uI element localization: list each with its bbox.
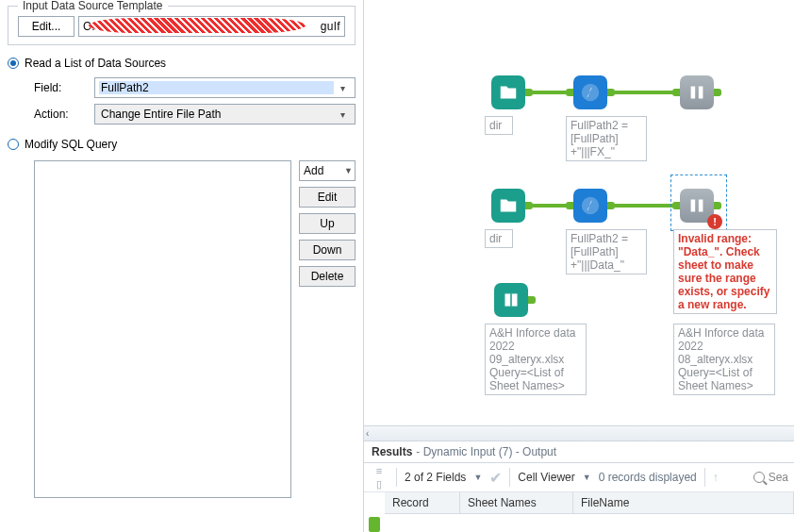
directory-tool[interactable]	[491, 189, 525, 223]
connection[interactable]	[533, 91, 566, 94]
sql-list-box[interactable]	[34, 160, 291, 498]
template-path-box[interactable]: C: gulf	[78, 16, 345, 37]
anchor-out[interactable]	[525, 89, 533, 96]
macro-tool[interactable]	[680, 75, 714, 109]
results-title: Results	[372, 445, 412, 458]
search-icon	[753, 472, 765, 483]
anchor-out[interactable]	[525, 202, 533, 209]
col-sheetnames[interactable]: Sheet Names	[460, 492, 573, 513]
action-label: Action:	[34, 104, 87, 125]
connection[interactable]	[533, 204, 566, 208]
svg-point-3	[582, 197, 599, 214]
field-label: Field:	[34, 77, 87, 98]
fields-count[interactable]: 2 of 2 Fields	[405, 471, 466, 484]
canvas-scrollbar[interactable]: ‹	[364, 425, 794, 441]
results-grid: Record Sheet Names FileName	[364, 492, 794, 532]
config-panel: Input Data Source Template Edit... C: gu…	[0, 0, 364, 532]
workflow-canvas[interactable]: dir FullPath2 = [FullPath] +"|||FX_" ! d…	[364, 0, 794, 425]
directory-anno: dir	[485, 116, 513, 135]
svg-point-1	[582, 84, 599, 101]
svg-rect-2	[508, 203, 514, 209]
directory-tool[interactable]	[491, 75, 525, 109]
results-search[interactable]: Sea	[753, 471, 788, 484]
col-record[interactable]: Record	[385, 492, 460, 513]
anchor-out[interactable]	[607, 202, 615, 209]
anchor-in[interactable]	[672, 89, 680, 96]
separator	[704, 468, 705, 487]
mode-read-row[interactable]: Read a List of Data Sources	[8, 57, 356, 70]
mode-sql-label: Modify SQL Query	[25, 138, 117, 151]
results-subtitle: - Dynamic Input (7) - Output	[416, 445, 556, 458]
anchor-in[interactable]	[566, 202, 573, 209]
anchor-in[interactable]	[566, 89, 573, 96]
action-value: Change Entire File Path	[99, 108, 334, 121]
action-dropdown[interactable]: Change Entire File Path ▾	[94, 104, 356, 125]
template-group: Input Data Source Template Edit... C: gu…	[8, 6, 356, 45]
cell-viewer-label[interactable]: Cell Viewer	[518, 471, 574, 484]
list-icon[interactable]: ≡	[373, 466, 385, 475]
metadata-icon[interactable]: ▯	[373, 479, 385, 489]
formula-anno: FullPath2 = [FullPath] +"|||FX_"	[566, 116, 647, 161]
field-dropdown[interactable]: FullPath2 ▾	[94, 77, 356, 98]
template-path-suffix: gulf	[321, 17, 340, 36]
results-view-buttons[interactable]: ≡ ▯	[370, 466, 389, 489]
check-icon[interactable]: ✔	[489, 469, 502, 487]
results-header: Results - Dynamic Input (7) - Output	[364, 441, 794, 463]
directory-anno: dir	[485, 229, 513, 248]
chevron-down-icon: ▾	[334, 109, 351, 120]
results-gutter	[364, 492, 385, 532]
chevron-down-icon: ▾	[334, 83, 351, 93]
dynamic-input-anno: A&H Inforce data 2022 09_alteryx.xlsx Qu…	[485, 324, 587, 395]
template-edit-button[interactable]: Edit...	[18, 16, 74, 37]
down-button[interactable]: Down	[299, 240, 356, 260]
anchor-out[interactable]	[714, 89, 721, 96]
records-count: 0 records displayed	[599, 471, 697, 484]
delete-button[interactable]: Delete	[299, 266, 356, 287]
formula-tool[interactable]	[573, 75, 607, 109]
chevron-down-icon[interactable]: ▼	[583, 473, 591, 482]
template-group-title: Input Data Source Template	[18, 0, 168, 12]
edit-button[interactable]: Edit	[299, 187, 356, 208]
dynamic-input-tool[interactable]	[494, 283, 528, 317]
separator	[396, 468, 397, 487]
mode-read-label: Read a List of Data Sources	[25, 57, 166, 70]
formula-anno: FullPath2 = [FullPath] +"|||Data_"	[566, 229, 647, 274]
add-button[interactable]: Add ▼	[299, 160, 356, 181]
arrow-up-icon[interactable]: ↑	[713, 471, 719, 484]
results-grid-rows	[385, 514, 794, 531]
anchor-out[interactable]	[607, 89, 615, 96]
results-grid-header: Record Sheet Names FileName	[385, 492, 794, 514]
radio-checked-icon[interactable]	[8, 58, 19, 69]
formula-tool[interactable]	[573, 189, 607, 223]
chevron-down-icon: ▼	[344, 161, 353, 180]
output-anchor-icon[interactable]	[369, 517, 380, 532]
redacted-region	[89, 18, 306, 33]
error-anno: Invalid range: "Data_". Check sheet to m…	[673, 229, 777, 314]
anchor-in[interactable]	[672, 202, 680, 209]
col-filename[interactable]: FileName	[573, 492, 794, 513]
error-badge-icon[interactable]: !	[707, 214, 722, 229]
anchor-out[interactable]	[528, 296, 536, 304]
radio-unchecked-icon[interactable]	[8, 139, 19, 150]
field-value: FullPath2	[99, 81, 334, 94]
up-button[interactable]: Up	[299, 213, 356, 234]
results-toolbar: ≡ ▯ 2 of 2 Fields ▼ ✔ Cell Viewer ▼ 0 re…	[364, 463, 794, 492]
dynamic-input-anno: A&H Inforce data 2022 08_alteryx.xlsx Qu…	[673, 324, 775, 395]
connection[interactable]	[615, 91, 672, 94]
mode-sql-row[interactable]: Modify SQL Query	[8, 138, 356, 151]
separator	[509, 468, 510, 487]
svg-rect-0	[508, 90, 514, 96]
search-placeholder: Sea	[769, 471, 788, 484]
connection[interactable]	[615, 204, 672, 208]
chevron-down-icon[interactable]: ▼	[473, 473, 482, 482]
anchor-out[interactable]	[714, 202, 721, 209]
